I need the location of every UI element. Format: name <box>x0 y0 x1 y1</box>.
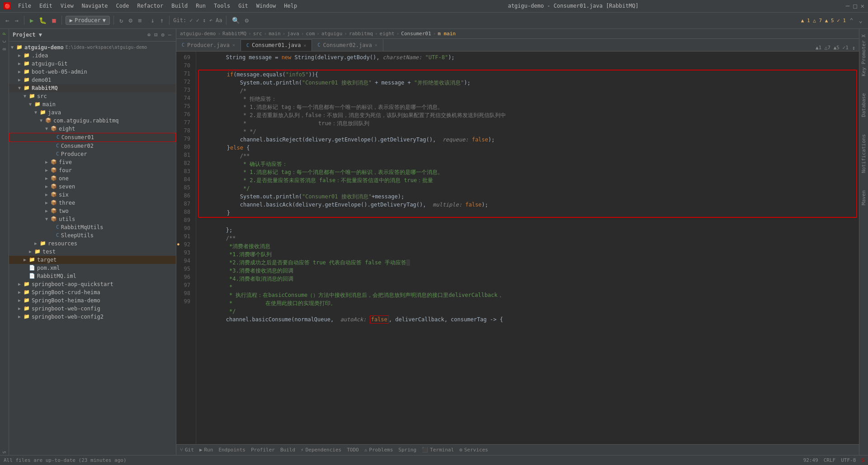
tree-arrow[interactable]: ▶ <box>45 160 51 164</box>
toolbar-git-fetch[interactable]: ↓ <box>149 16 156 25</box>
tree-arrow[interactable]: ▶ <box>18 290 24 295</box>
toolbar-debug[interactable]: 🐛 <box>37 16 48 25</box>
tab-dependencies[interactable]: ⚡ Dependencies <box>301 447 341 453</box>
tree-item-main[interactable]: ▼ 📁 main <box>9 100 176 108</box>
breadcrumb-main[interactable]: main <box>269 31 281 37</box>
breadcrumb-method[interactable]: m main <box>438 31 456 37</box>
tab-problems[interactable]: ⚠ Problems <box>364 447 393 453</box>
tree-arrow[interactable]: ▶ <box>18 298 24 303</box>
tree-item-pom[interactable]: ▶ 📄 pom.xml <box>9 264 176 272</box>
tree-item-consumer02[interactable]: ▶ C Consumer02 <box>9 142 176 150</box>
tab-todo[interactable]: TODO <box>347 447 359 453</box>
tree-arrow[interactable]: ▶ <box>45 192 51 197</box>
tree-item-utils[interactable]: ▼ 📦 utils <box>9 215 176 223</box>
locate-file-icon[interactable]: ⊕ <box>146 31 151 39</box>
tree-item-resources[interactable]: ▶ 📁 resources <box>9 240 176 248</box>
code-editor[interactable]: 69 70 71 72 73 74 75 76 77 78 79 80 81 8… <box>176 52 859 444</box>
tree-arrow[interactable]: ▶ <box>34 241 40 246</box>
tree-item-target[interactable]: ▶ 📁 target <box>9 256 176 264</box>
tab-run[interactable]: ▶ Run <box>199 447 213 453</box>
key-promoter-tab[interactable]: Key Promoter X <box>860 31 868 80</box>
menu-navigate[interactable]: Navigate <box>78 2 112 10</box>
toolbar-collapse[interactable]: ⌄ <box>857 16 864 25</box>
tab-terminal[interactable]: ⬛ Terminal <box>422 447 454 453</box>
tree-item-one[interactable]: ▶ 📦 one <box>9 174 176 183</box>
tree-arrow[interactable]: ▶ <box>24 257 29 262</box>
tree-arrow[interactable]: ▼ <box>45 126 51 131</box>
menu-refactor[interactable]: Refactor <box>133 2 167 10</box>
breadcrumb-project[interactable]: atguigu-demo <box>180 31 216 37</box>
tree-item-rabbitmq[interactable]: ▼ 📁 RabbitMQ <box>9 84 176 92</box>
tab-close-icon[interactable]: ✕ <box>375 42 377 47</box>
breadcrumb-rabbitmq2[interactable]: rabbitmq <box>349 31 373 37</box>
tree-item-java[interactable]: ▼ 📁 java <box>9 108 176 117</box>
tree-arrow[interactable]: ▶ <box>18 282 24 287</box>
tree-arrow[interactable]: ▼ <box>29 102 34 107</box>
tree-item-iml[interactable]: ▶ 📄 RabbitMQ.iml <box>9 272 176 280</box>
tree-arrow[interactable]: ▶ <box>45 176 51 181</box>
tab-endpoints[interactable]: Endpoints <box>218 447 245 453</box>
minimize-button[interactable]: ─ <box>846 2 849 9</box>
producer-config-button[interactable]: ▶ Producer ▼ <box>66 16 110 25</box>
tree-arrow[interactable]: ▶ <box>18 53 24 58</box>
toolbar-sync[interactable]: ↻ <box>118 16 125 25</box>
tab-git[interactable]: ⑂ Git <box>180 447 194 453</box>
structure-icon[interactable]: S <box>1 449 8 455</box>
tree-arrow[interactable]: ▼ <box>34 110 40 115</box>
tree-item-five[interactable]: ▶ 📦 five <box>9 158 176 166</box>
tab-consumer02[interactable]: C Consumer02.java ✕ <box>312 39 383 51</box>
tree-item-idea[interactable]: ▶ 📁 .idea <box>9 52 176 60</box>
tree-arrow[interactable]: ▼ <box>40 118 45 123</box>
tree-item-three[interactable]: ▶ 📦 three <box>9 199 176 207</box>
tree-item-sleeputils[interactable]: ▶ C SleepUtils <box>9 231 176 240</box>
tab-expand-icon[interactable]: ↕ <box>852 45 855 51</box>
tree-item-eight[interactable]: ▼ 📦 eight <box>9 125 176 133</box>
tree-arrow[interactable]: ▶ <box>45 208 51 213</box>
toolbar-more[interactable]: ≡ <box>136 16 143 25</box>
tree-item-springboot-web[interactable]: ▶ 📁 springboot-web-config <box>9 305 176 313</box>
tree-arrow[interactable]: ▶ <box>45 168 51 173</box>
tree-item-springboot-aop[interactable]: ▶ 📁 springboot-aop-quickstart <box>9 280 176 288</box>
tree-item-package[interactable]: ▼ 📦 com.atguigu.rabbitmq <box>9 117 176 125</box>
breadcrumb-src[interactable]: src <box>253 31 262 37</box>
toolbar-forward[interactable]: → <box>13 16 20 25</box>
commit-icon[interactable]: C <box>1 38 8 44</box>
tree-arrow[interactable]: ▼ <box>11 45 16 50</box>
tree-arrow[interactable]: ▶ <box>18 77 24 82</box>
breadcrumb-rabbitmq[interactable]: RabbitMQ <box>222 31 246 37</box>
tree-item-seven[interactable]: ▶ 📦 seven <box>9 183 176 191</box>
tab-close-icon[interactable]: ✕ <box>303 43 306 48</box>
tree-arrow[interactable]: ▶ <box>18 61 24 66</box>
toolbar-run[interactable]: ▶ <box>28 16 35 25</box>
menu-edit[interactable]: Edit <box>36 2 56 10</box>
toolbar-gradle[interactable]: ⚙ <box>127 16 134 25</box>
menu-run[interactable]: Run <box>192 2 209 10</box>
tree-item-boot-web[interactable]: ▶ 📁 boot-web-05-admin <box>9 68 176 76</box>
breadcrumb-com[interactable]: com <box>306 31 315 37</box>
database-tab[interactable]: Database <box>860 89 868 121</box>
tab-producer[interactable]: C Producer.java ✕ <box>176 39 241 51</box>
toolbar-back[interactable]: ← <box>4 16 11 25</box>
tree-arrow[interactable]: ▶ <box>18 306 24 311</box>
tab-spring[interactable]: Spring <box>398 447 416 453</box>
collapse-all-icon[interactable]: ⊟ <box>153 31 158 39</box>
tree-arrow[interactable]: ▼ <box>18 85 24 90</box>
tree-arrow[interactable]: ▶ <box>18 69 24 74</box>
menu-window[interactable]: Window <box>253 2 279 10</box>
tree-item-producer[interactable]: ▶ C Producer <box>9 150 176 158</box>
menu-tools[interactable]: Tools <box>210 2 234 10</box>
menu-view[interactable]: View <box>57 2 77 10</box>
tree-arrow[interactable]: ▼ <box>45 216 51 221</box>
breadcrumb-java[interactable]: java <box>287 31 299 37</box>
menu-file[interactable]: File <box>14 2 35 10</box>
toolbar-stop[interactable]: ■ <box>50 16 57 25</box>
tab-build[interactable]: Build <box>280 447 295 453</box>
tree-item-demo01[interactable]: ▶ 📁 demo01 <box>9 76 176 84</box>
tab-profiler[interactable]: Profiler <box>251 447 275 453</box>
tree-item-six[interactable]: ▶ 📦 six <box>9 191 176 199</box>
tree-item-two[interactable]: ▶ 📦 two <box>9 207 176 215</box>
breadcrumb-atguigu[interactable]: atguigu <box>321 31 342 37</box>
toolbar-expand[interactable]: ⌃ <box>848 16 855 25</box>
tree-item-springboot-web2[interactable]: ▶ 📁 springboot-web-config2 <box>9 313 176 321</box>
breadcrumb-eight[interactable]: eight <box>380 31 395 37</box>
